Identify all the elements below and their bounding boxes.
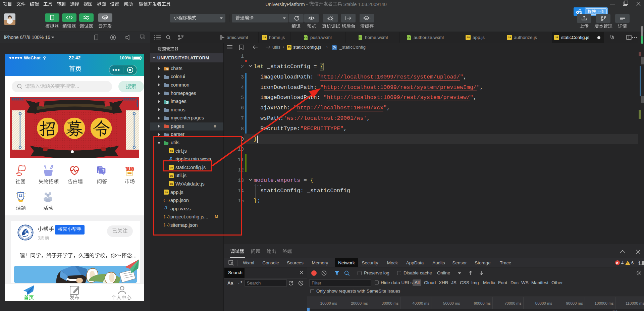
svg-text:!: ! — [627, 261, 628, 265]
svg-text:?: ? — [102, 168, 105, 173]
svg-text:shop: shop — [128, 172, 132, 174]
